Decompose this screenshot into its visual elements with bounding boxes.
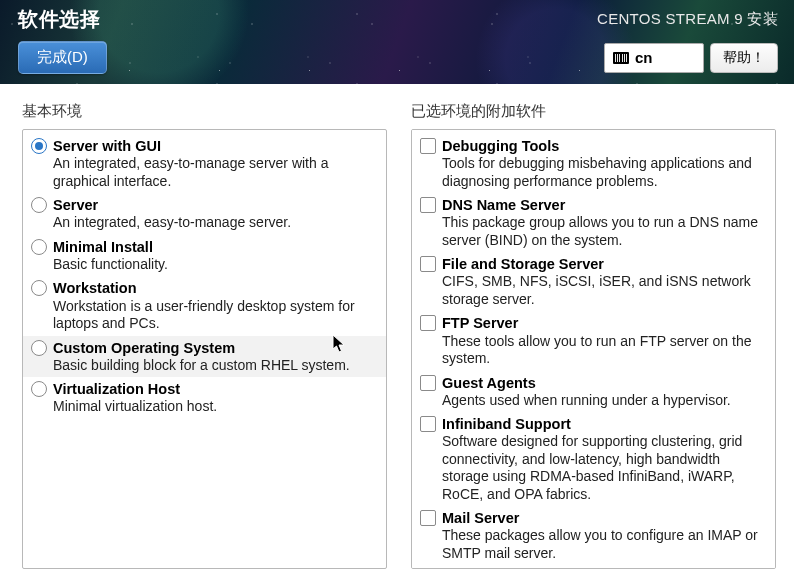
option-desc: Software designed for supporting cluster… <box>442 433 765 503</box>
option-title: Mail Server <box>442 509 765 527</box>
env-option[interactable]: Virtualization HostMinimal virtualizatio… <box>23 377 386 419</box>
option-title: Custom Operating System <box>53 339 376 357</box>
keyboard-layout-selector[interactable]: cn <box>604 43 704 73</box>
addon-option[interactable]: Guest AgentsAgents used when running und… <box>412 371 775 413</box>
option-title: FTP Server <box>442 314 765 332</box>
done-button[interactable]: 完成(D) <box>18 41 107 74</box>
checkbox[interactable] <box>420 197 436 213</box>
header-bar: 软件选择 CENTOS STREAM 9 安装 完成(D) cn 帮助！ <box>0 0 794 84</box>
option-desc: Basic building block for a custom RHEL s… <box>53 357 376 375</box>
option-title: Workstation <box>53 279 376 297</box>
content-area: 基本环境 Server with GUIAn integrated, easy-… <box>0 84 794 577</box>
checkbox[interactable] <box>420 510 436 526</box>
help-button[interactable]: 帮助！ <box>710 43 778 73</box>
checkbox[interactable] <box>420 138 436 154</box>
option-desc: Workstation is a user-friendly desktop s… <box>53 298 376 333</box>
env-option[interactable]: ServerAn integrated, easy-to-manage serv… <box>23 193 386 235</box>
checkbox[interactable] <box>420 375 436 391</box>
option-title: Minimal Install <box>53 238 376 256</box>
addon-option[interactable]: Debugging ToolsTools for debugging misbe… <box>412 134 775 193</box>
option-title: Debugging Tools <box>442 137 765 155</box>
option-title: Infiniband Support <box>442 415 765 433</box>
addon-option[interactable]: FTP ServerThese tools allow you to run a… <box>412 311 775 370</box>
addon-option[interactable]: DNS Name ServerThis package group allows… <box>412 193 775 252</box>
option-title: DNS Name Server <box>442 196 765 214</box>
radio-button[interactable] <box>31 280 47 296</box>
base-env-label: 基本环境 <box>22 102 387 121</box>
env-option[interactable]: Custom Operating SystemBasic building bl… <box>23 336 386 378</box>
env-option[interactable]: WorkstationWorkstation is a user-friendl… <box>23 276 386 335</box>
option-desc: An integrated, easy-to-manage server wit… <box>53 155 376 190</box>
page-title: 软件选择 <box>18 6 100 33</box>
option-title: Network File System Client <box>442 568 765 569</box>
addon-option[interactable]: Infiniband SupportSoftware designed for … <box>412 412 775 506</box>
addons-label: 已选环境的附加软件 <box>411 102 776 121</box>
radio-button[interactable] <box>31 197 47 213</box>
env-option[interactable]: Minimal InstallBasic functionality. <box>23 235 386 277</box>
radio-button[interactable] <box>31 340 47 356</box>
checkbox[interactable] <box>420 416 436 432</box>
base-env-list[interactable]: Server with GUIAn integrated, easy-to-ma… <box>22 129 387 569</box>
checkbox[interactable] <box>420 256 436 272</box>
env-option[interactable]: Server with GUIAn integrated, easy-to-ma… <box>23 134 386 193</box>
checkbox[interactable] <box>420 315 436 331</box>
option-desc: These packages allow you to configure an… <box>442 527 765 562</box>
installer-label: CENTOS STREAM 9 安装 <box>597 10 778 29</box>
option-desc: An integrated, easy-to-manage server. <box>53 214 376 232</box>
radio-button[interactable] <box>31 381 47 397</box>
addon-option[interactable]: Mail ServerThese packages allow you to c… <box>412 506 775 565</box>
keyboard-icon <box>613 52 629 64</box>
keyboard-layout-code: cn <box>635 49 653 66</box>
option-title: Virtualization Host <box>53 380 376 398</box>
option-title: Server <box>53 196 376 214</box>
option-desc: Tools for debugging misbehaving applicat… <box>442 155 765 190</box>
option-title: Server with GUI <box>53 137 376 155</box>
addon-option[interactable]: Network File System Client <box>412 565 775 569</box>
option-desc: Agents used when running under a hypervi… <box>442 392 765 410</box>
radio-button[interactable] <box>31 138 47 154</box>
option-desc: CIFS, SMB, NFS, iSCSI, iSER, and iSNS ne… <box>442 273 765 308</box>
option-desc: Minimal virtualization host. <box>53 398 376 416</box>
addon-option[interactable]: File and Storage ServerCIFS, SMB, NFS, i… <box>412 252 775 311</box>
option-title: File and Storage Server <box>442 255 765 273</box>
option-title: Guest Agents <box>442 374 765 392</box>
option-desc: This package group allows you to run a D… <box>442 214 765 249</box>
option-desc: Basic functionality. <box>53 256 376 274</box>
option-desc: These tools allow you to run an FTP serv… <box>442 333 765 368</box>
radio-button[interactable] <box>31 239 47 255</box>
addons-list[interactable]: Debugging ToolsTools for debugging misbe… <box>411 129 776 569</box>
